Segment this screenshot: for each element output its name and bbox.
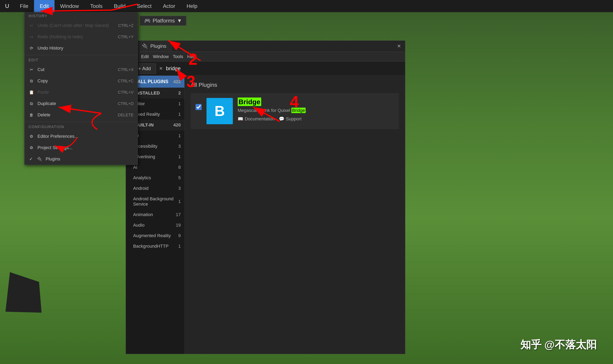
builtin-ar-item[interactable]: Augmented Reality 9 <box>126 231 184 241</box>
edit-section-label: EDIT <box>25 56 138 64</box>
builtin-android-bg-item[interactable]: Android Background Service 1 <box>126 194 184 209</box>
duplicate-icon: ⧉ <box>28 101 34 106</box>
history-section-label: HISTORY <box>25 12 138 20</box>
undo-item[interactable]: ↩ Undo (Can't undo after: Map Saved) CTR… <box>25 20 138 31</box>
plugins-content: 🔌 ALL PLUGINS 422 ▼ INSTALLED 2 Editor 1… <box>126 76 405 354</box>
bridge-plugin-icon: B <box>207 98 233 124</box>
menu-actor[interactable]: Actor <box>157 0 181 12</box>
redo-icon: ↪ <box>28 34 34 40</box>
separator-1 <box>25 55 138 55</box>
undo-history-item[interactable]: ⟳ Undo History <box>25 42 138 54</box>
menu-file[interactable]: File <box>14 0 34 12</box>
plugins-menu-window[interactable]: Window <box>153 54 169 59</box>
bridge-name-highlight: Bridge <box>238 98 261 106</box>
project-settings-item[interactable]: ⚙ Project Settings... <box>25 142 138 153</box>
editor-prefs-icon: ⚙ <box>28 133 34 139</box>
paste-icon: 📋 <box>28 90 34 95</box>
menu-items: File Edit Window Tools Build Select Acto… <box>14 0 203 12</box>
menu-tools[interactable]: Tools <box>84 0 108 12</box>
menu-edit[interactable]: Edit <box>34 0 55 12</box>
plugins-icon: 🔌 <box>37 156 42 162</box>
builtin-animation-item[interactable]: Animation 17 <box>126 209 184 220</box>
all-plugins-heading: All Plugins <box>191 82 399 88</box>
bridge-plugin-card: B Bridge Megascans Link for Quixel Bridg… <box>191 93 399 129</box>
builtin-android-item[interactable]: Android 3 <box>126 183 184 194</box>
plugins-tab-icon: 🔌 <box>142 43 148 49</box>
builtin-analytics-item[interactable]: Analytics 5 <box>126 173 184 183</box>
undo-history-icon: ⟳ <box>28 45 34 51</box>
menu-select[interactable]: Select <box>131 0 157 12</box>
editor-prefs-item[interactable]: ⚙ Editor Preferences... <box>25 131 138 142</box>
plugins-panel-header: U 🔌 Plugins ✕ <box>126 41 405 52</box>
project-settings-icon: ⚙ <box>28 145 34 151</box>
top-menubar: U File Edit Window Tools Build Select Ac… <box>0 0 613 12</box>
copy-icon: ⧉ <box>28 78 34 84</box>
plugins-menu-help[interactable]: Help <box>187 54 196 59</box>
plugins-main-content: All Plugins B Bridge Megascans Link for … <box>185 76 405 354</box>
plugins-menubar: File Edit Window Tools Help <box>126 52 405 62</box>
undo-icon: ↩ <box>28 23 34 28</box>
builtin-backgroundhttp-item[interactable]: BackgroundHTTP 1 <box>126 241 184 251</box>
delete-icon: 🗑 <box>28 112 34 118</box>
plugins-panel: U 🔌 Plugins ✕ File Edit Window Tools Hel… <box>126 40 405 354</box>
edit-dropdown-menu: HISTORY ↩ Undo (Can't undo after: Map Sa… <box>24 12 138 165</box>
watermark-text: 知乎 @不落太阳 <box>520 338 597 352</box>
delete-item[interactable]: 🗑 Delete DELETE <box>25 109 138 121</box>
support-link[interactable]: 💬 Support <box>279 116 302 122</box>
menu-build[interactable]: Build <box>108 0 131 12</box>
bridge-plugin-name: Bridge <box>238 98 394 106</box>
platforms-button[interactable]: 🎮 Platforms ▼ <box>140 16 186 26</box>
bridge-enable-checkbox[interactable] <box>195 104 202 110</box>
search-clear-button[interactable]: ✕ <box>159 66 163 71</box>
cut-item[interactable]: ✂ Cut CTRL+X <box>25 64 138 75</box>
plugins-close-button[interactable]: ✕ <box>397 43 401 49</box>
plugins-item[interactable]: ✓ 🔌 Plugins <box>25 153 138 165</box>
doc-icon: 📖 <box>238 116 243 122</box>
platforms-icon: 🎮 <box>144 18 151 24</box>
plugins-check: ✓ <box>28 156 33 162</box>
bridge-plugin-links: 📖 Documentation 💬 Support <box>238 116 394 122</box>
menu-window[interactable]: Window <box>55 0 84 12</box>
duplicate-item[interactable]: ⧉ Duplicate CTRL+D <box>25 98 138 109</box>
plugins-toolbar: + + Add ✕ bridge <box>126 62 405 76</box>
cut-icon: ✂ <box>28 67 34 72</box>
bridge-plugin-info: Bridge Megascans Link for Quixel Bridge.… <box>238 98 394 122</box>
plugins-tab[interactable]: 🔌 Plugins <box>137 41 171 52</box>
platforms-dropdown-icon: ▼ <box>177 18 182 24</box>
paste-item[interactable]: 📋 Paste CTRL+V <box>25 87 138 98</box>
unreal-logo: U <box>0 0 14 12</box>
plugins-menu-edit[interactable]: Edit <box>141 54 149 59</box>
documentation-link[interactable]: 📖 Documentation <box>238 116 275 122</box>
bridge-desc-highlight: Bridge <box>292 108 306 113</box>
bridge-plugin-desc: Megascans Link for Quixel Bridge. <box>238 108 394 113</box>
support-icon: 💬 <box>279 116 284 122</box>
builtin-audio-item[interactable]: Audio 19 <box>126 220 184 231</box>
redo-item[interactable]: ↪ Redo (Nothing to redo) CTRL+Y <box>25 31 138 42</box>
plugins-menu-tools[interactable]: Tools <box>173 54 183 59</box>
menu-help[interactable]: Help <box>181 0 203 12</box>
config-section-label: CONFIGURATION <box>25 123 138 131</box>
search-input[interactable]: bridge <box>166 65 181 72</box>
copy-item[interactable]: ⧉ Copy CTRL+C <box>25 75 138 87</box>
